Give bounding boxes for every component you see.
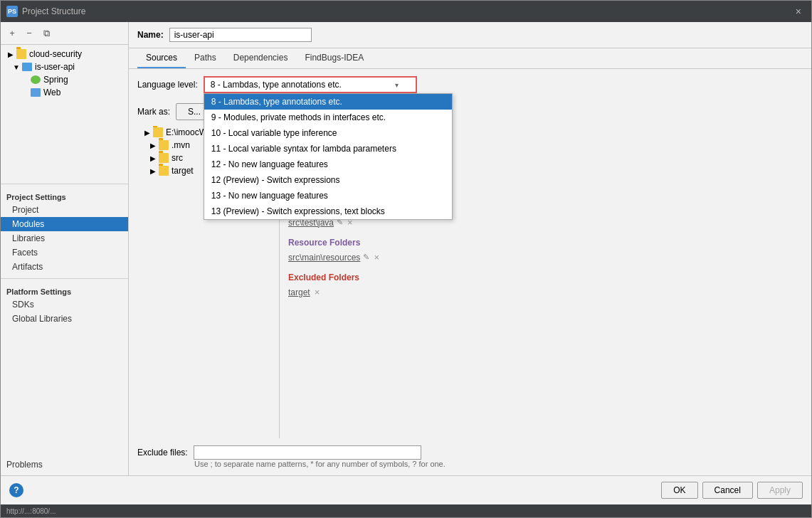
resource-remove-icon[interactable]: × [374,252,379,263]
language-level-options: 8 - Lambdas, type annotations etc. 9 - M… [204,93,453,220]
mvn-folder-icon [159,140,169,150]
right-panel: Name: Sources Paths Dependencies FindBug… [129,22,811,475]
tree-label: cloud-security [29,49,82,59]
sidebar-toolbar: + − ⧉ [1,22,128,45]
sidebar-item-problems[interactable]: Problems [1,454,128,475]
name-input[interactable] [169,28,312,42]
excluded-folders-title: Excluded Folders [288,273,794,282]
target-folder-icon [159,166,169,176]
project-structure-dialog: PS Project Structure × + − ⧉ ▶ cloud-sec… [0,0,812,518]
excluded-path-value: target [288,287,310,297]
add-button[interactable]: + [5,26,19,41]
close-button[interactable]: × [791,4,806,18]
tab-findbugs[interactable]: FindBugs-IDEA [296,48,372,68]
dropdown-option-11[interactable]: 11 - Local variable syntax for lambda pa… [204,141,452,157]
sidebar-item-global-libraries[interactable]: Global Libraries [1,312,128,326]
project-settings-header: Project Settings [1,189,128,203]
tree-arrow-expanded: ▼ [12,63,21,71]
mark-as-label: Mark as: [137,107,170,117]
help-button[interactable]: ? [9,483,23,497]
language-level-label: Language level: [137,80,198,90]
exclude-hint: Use ; to separate name patterns, * for a… [137,460,803,468]
status-text: http://...:8080/... [6,507,56,515]
module-icon [22,63,32,71]
resource-folders-section: Resource Folders src\main\resources ✎ × [288,238,794,264]
dropdown-option-13-no[interactable]: 13 - No new language features [204,188,452,204]
apply-button[interactable]: Apply [757,482,803,499]
app-icon: PS [6,6,18,17]
excluded-remove-icon[interactable]: × [315,287,320,297]
exclude-files-input[interactable] [194,445,421,460]
excluded-path-row: target × [288,285,794,299]
excluded-folders-section: Excluded Folders target × [288,273,794,299]
src-label: src [172,153,183,163]
folder-icon [16,49,26,59]
tree-label: Spring [43,75,68,85]
module-tree: ▶ cloud-security ▼ is-user-api Spring [1,45,128,179]
dropdown-option-8[interactable]: 8 - Lambdas, type annotations etc. [204,94,452,110]
divider [1,184,128,184]
name-label: Name: [137,30,164,40]
resource-path-row: src\main\resources ✎ × [288,250,794,264]
status-bar: http://...:8080/... [1,504,811,517]
exclude-files-label: Exclude files: [137,448,188,458]
dialog-buttons: ? OK Cancel Apply [1,475,811,504]
file-tree-root-label: E:\imoocW [166,127,207,137]
remove-button[interactable]: − [22,26,36,41]
dropdown-option-12-pre[interactable]: 12 (Preview) - Switch expressions [204,172,452,188]
spring-icon [31,75,41,84]
tree-spacer [21,75,29,84]
mvn-arrow: ▶ [149,141,157,149]
exclude-row: Exclude files: [137,445,803,460]
dropdown-arrow-icon: ▾ [395,81,399,89]
tab-dependencies[interactable]: Dependencies [225,48,297,68]
name-bar: Name: [129,22,811,48]
tabs-bar: Sources Paths Dependencies FindBugs-IDEA [129,48,811,69]
sidebar: + − ⧉ ▶ cloud-security ▼ is-user-api [1,22,129,475]
resource-folders-title: Resource Folders [288,238,794,248]
dropdown-option-12-no[interactable]: 12 - No new language features [204,157,452,172]
target-label: target [172,166,194,176]
sidebar-item-libraries[interactable]: Libraries [1,231,128,245]
web-icon [31,88,41,97]
root-folder-icon [153,127,163,137]
sidebar-item-artifacts[interactable]: Artifacts [1,260,128,274]
resource-path-value: src\main\resources [288,253,360,263]
tree-arrow: ▶ [6,50,15,58]
mvn-label: .mvn [172,140,190,150]
tree-item-web[interactable]: Web [1,86,128,99]
tab-sources[interactable]: Sources [137,48,186,68]
target-arrow: ▶ [149,166,157,175]
main-content: + − ⧉ ▶ cloud-security ▼ is-user-api [1,22,811,475]
tree-item-cloud-security[interactable]: ▶ cloud-security [1,48,128,60]
selected-option-text: 8 - Lambdas, type annotations etc. [211,80,342,90]
platform-settings-header: Platform Settings [1,283,128,297]
tree-label: is-user-api [35,62,75,72]
tree-item-spring[interactable]: Spring [1,73,128,86]
dropdown-option-13-pre[interactable]: 13 (Preview) - Switch expressions, text … [204,204,452,219]
language-level-row: Language level: 8 - Lambdas, type annota… [137,76,803,93]
src-folder-icon [159,153,169,163]
copy-button[interactable]: ⧉ [39,26,53,41]
language-level-select[interactable]: 8 - Lambdas, type annotations etc. ▾ [204,76,417,93]
tree-spacer [21,88,29,97]
sidebar-item-modules[interactable]: Modules [1,217,128,231]
panel-body: Language level: 8 - Lambdas, type annota… [129,69,811,475]
ok-button[interactable]: OK [661,482,697,499]
language-level-dropdown-wrapper: 8 - Lambdas, type annotations etc. ▾ 8 -… [204,76,417,93]
sidebar-item-project[interactable]: Project [1,203,128,217]
tree-item-is-user-api[interactable]: ▼ is-user-api [1,60,128,73]
sidebar-item-facets[interactable]: Facets [1,245,128,260]
resource-edit-icon[interactable]: ✎ [363,253,369,262]
divider2 [1,278,128,279]
src-arrow: ▶ [149,154,157,162]
titlebar: PS Project Structure × [1,1,811,22]
dialog-title: Project Structure [22,6,791,16]
exclude-files-area: Exclude files: Use ; to separate name pa… [137,438,803,468]
dropdown-option-10[interactable]: 10 - Local variable type inference [204,125,452,141]
sidebar-item-sdks[interactable]: SDKs [1,297,128,312]
cancel-button[interactable]: Cancel [702,482,753,499]
file-tree-arrow: ▶ [143,128,152,137]
tab-paths[interactable]: Paths [186,48,225,68]
dropdown-option-9[interactable]: 9 - Modules, private methods in interfac… [204,110,452,125]
